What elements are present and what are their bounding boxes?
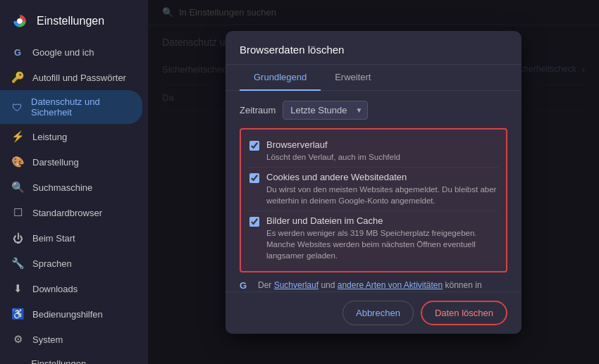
dialog: Browserdaten löschen Grundlegend Erweite… bbox=[226, 31, 521, 334]
checkbox-cookies-desc: Du wirst von den meisten Websites abgeme… bbox=[266, 184, 498, 206]
accessibility-icon: ♿ bbox=[11, 308, 24, 320]
sidebar-item-performance[interactable]: ⚡ Leistung bbox=[0, 124, 142, 149]
sidebar-item-privacy[interactable]: 🛡 Datenschutz und Sicherheit bbox=[0, 90, 142, 124]
checkbox-browsing: Browserverlauf Löscht den Verlauf, auch … bbox=[248, 135, 499, 167]
appearance-icon: 🎨 bbox=[11, 156, 24, 168]
search-nav-icon: 🔍 bbox=[11, 181, 24, 194]
sidebar-item-google[interactable]: G Google und ich bbox=[0, 39, 142, 65]
browser-icon: ☐ bbox=[11, 206, 24, 219]
dialog-footer: Abbrechen Daten löschen bbox=[226, 291, 521, 334]
highlight-box: Browserverlauf Löscht den Verlauf, auch … bbox=[240, 128, 507, 273]
startup-icon: ⏻ bbox=[11, 232, 24, 244]
performance-icon: ⚡ bbox=[11, 130, 24, 143]
google-small-icon: G bbox=[240, 280, 252, 291]
info-text: G Der Suchverlauf und andere Arten von A… bbox=[240, 280, 507, 291]
language-icon: 🔧 bbox=[11, 257, 24, 270]
checkbox-cookies: Cookies und andere Websitedaten Du wirst… bbox=[248, 167, 499, 211]
checkbox-browsing-title: Browserverlauf bbox=[266, 139, 498, 150]
checkbox-cache: Bilder und Dateien im Cache Es werden we… bbox=[248, 211, 499, 265]
suchverlauf-link[interactable]: Suchverlauf bbox=[274, 280, 319, 290]
sidebar-item-default-browser[interactable]: ☐ Standardbrowser bbox=[0, 200, 142, 225]
dialog-body: Zeitraum Letzte Stunde Letzter Tag Letzt… bbox=[226, 91, 521, 291]
download-icon: ⬇ bbox=[11, 282, 24, 295]
checkbox-cookies-input[interactable] bbox=[249, 173, 259, 183]
sidebar-item-system[interactable]: ⚙ System bbox=[0, 327, 142, 352]
sidebar-item-search[interactable]: 🔍 Suchmaschine bbox=[0, 175, 142, 200]
sidebar-item-reset[interactable]: ↺ Einstellungen zurücksetzen bbox=[0, 352, 142, 364]
key-icon: 🔑 bbox=[11, 71, 24, 84]
main-content: 🔍 Datenschutz und Sicherheit Sicherheits… bbox=[148, 0, 599, 364]
checkbox-cache-input[interactable] bbox=[249, 217, 259, 227]
sidebar-item-languages[interactable]: 🔧 Sprachen bbox=[0, 251, 142, 276]
sidebar-item-startup[interactable]: ⏻ Beim Start bbox=[0, 225, 142, 251]
zeitraum-label: Zeitraum bbox=[240, 105, 276, 115]
activities-link[interactable]: andere Arten von Aktivitäten bbox=[338, 280, 443, 290]
shield-icon: 🛡 bbox=[11, 101, 23, 113]
dialog-tabs: Grundlegend Erweitert bbox=[226, 65, 521, 91]
cancel-button[interactable]: Abbrechen bbox=[342, 301, 414, 325]
zeitraum-select-wrapper: Letzte Stunde Letzter Tag Letzte Woche L… bbox=[283, 101, 368, 120]
sidebar: Einstellungen G Google und ich 🔑 Autofil… bbox=[0, 0, 148, 364]
system-icon: ⚙ bbox=[11, 333, 24, 346]
zeitraum-select[interactable]: Letzte Stunde Letzter Tag Letzte Woche L… bbox=[283, 101, 368, 120]
sidebar-header: Einstellungen bbox=[0, 6, 148, 39]
svg-point-1 bbox=[18, 19, 22, 23]
sidebar-item-downloads[interactable]: ⬇ Downloads bbox=[0, 276, 142, 301]
sidebar-item-autofill[interactable]: 🔑 Autofill und Passwörter bbox=[0, 65, 142, 90]
sidebar-title: Einstellungen bbox=[37, 15, 104, 27]
checkbox-cache-desc: Es werden weniger als 319 MB Speicherpla… bbox=[266, 227, 498, 261]
delete-button[interactable]: Daten löschen bbox=[421, 301, 507, 325]
zeitraum-row: Zeitraum Letzte Stunde Letzter Tag Letzt… bbox=[240, 101, 507, 120]
dialog-title: Browserdaten löschen bbox=[226, 31, 521, 65]
tab-advanced[interactable]: Erweitert bbox=[321, 65, 385, 90]
checkbox-browsing-desc: Löscht den Verlauf, auch im Suchfeld bbox=[266, 151, 498, 163]
checkbox-cache-title: Bilder und Dateien im Cache bbox=[266, 215, 498, 226]
sidebar-item-accessibility[interactable]: ♿ Bedienungshilfen bbox=[0, 301, 142, 327]
modal-overlay: Browserdaten löschen Grundlegend Erweite… bbox=[148, 0, 599, 364]
google-icon: G bbox=[11, 46, 24, 58]
checkbox-browsing-input[interactable] bbox=[249, 141, 259, 151]
chrome-logo bbox=[11, 13, 28, 30]
sidebar-item-appearance[interactable]: 🎨 Darstellung bbox=[0, 149, 142, 175]
tab-basic[interactable]: Grundlegend bbox=[240, 65, 321, 91]
checkbox-cookies-title: Cookies und andere Websitedaten bbox=[266, 172, 498, 182]
